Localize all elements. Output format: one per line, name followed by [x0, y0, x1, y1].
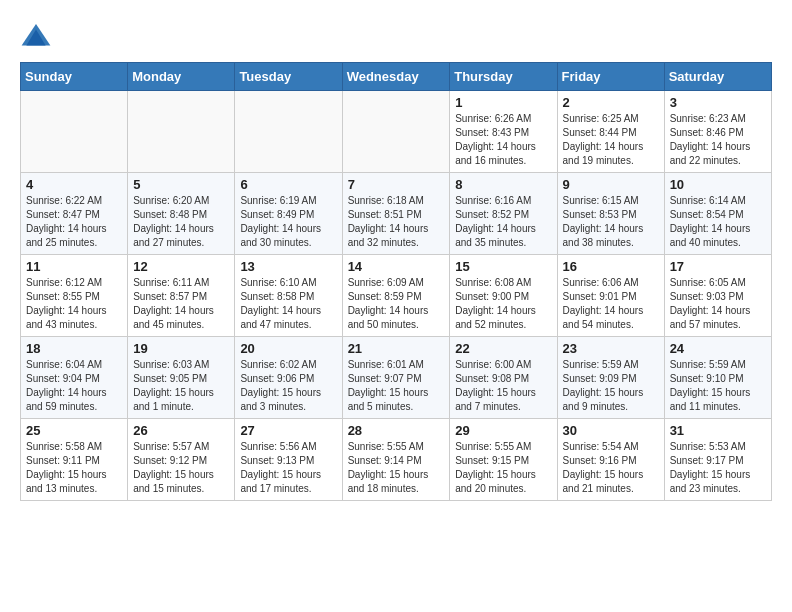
day-cell: 29Sunrise: 5:55 AM Sunset: 9:15 PM Dayli… — [450, 419, 557, 501]
day-number: 30 — [563, 423, 659, 438]
day-info: Sunrise: 5:56 AM Sunset: 9:13 PM Dayligh… — [240, 440, 336, 496]
weekday-cell: Wednesday — [342, 63, 450, 91]
day-cell: 8Sunrise: 6:16 AM Sunset: 8:52 PM Daylig… — [450, 173, 557, 255]
day-number: 8 — [455, 177, 551, 192]
day-cell: 4Sunrise: 6:22 AM Sunset: 8:47 PM Daylig… — [21, 173, 128, 255]
weekday-cell: Thursday — [450, 63, 557, 91]
day-cell: 21Sunrise: 6:01 AM Sunset: 9:07 PM Dayli… — [342, 337, 450, 419]
day-number: 17 — [670, 259, 766, 274]
day-info: Sunrise: 6:11 AM Sunset: 8:57 PM Dayligh… — [133, 276, 229, 332]
day-info: Sunrise: 5:53 AM Sunset: 9:17 PM Dayligh… — [670, 440, 766, 496]
day-cell — [128, 91, 235, 173]
day-cell: 30Sunrise: 5:54 AM Sunset: 9:16 PM Dayli… — [557, 419, 664, 501]
day-number: 13 — [240, 259, 336, 274]
day-info: Sunrise: 5:57 AM Sunset: 9:12 PM Dayligh… — [133, 440, 229, 496]
day-number: 15 — [455, 259, 551, 274]
day-cell: 1Sunrise: 6:26 AM Sunset: 8:43 PM Daylig… — [450, 91, 557, 173]
day-cell: 24Sunrise: 5:59 AM Sunset: 9:10 PM Dayli… — [664, 337, 771, 419]
weekday-cell: Friday — [557, 63, 664, 91]
day-number: 18 — [26, 341, 122, 356]
day-number: 5 — [133, 177, 229, 192]
day-number: 22 — [455, 341, 551, 356]
weekday-cell: Saturday — [664, 63, 771, 91]
day-number: 19 — [133, 341, 229, 356]
day-cell: 11Sunrise: 6:12 AM Sunset: 8:55 PM Dayli… — [21, 255, 128, 337]
day-cell — [235, 91, 342, 173]
day-number: 14 — [348, 259, 445, 274]
day-cell: 25Sunrise: 5:58 AM Sunset: 9:11 PM Dayli… — [21, 419, 128, 501]
day-number: 27 — [240, 423, 336, 438]
day-info: Sunrise: 6:03 AM Sunset: 9:05 PM Dayligh… — [133, 358, 229, 414]
day-info: Sunrise: 6:26 AM Sunset: 8:43 PM Dayligh… — [455, 112, 551, 168]
day-number: 29 — [455, 423, 551, 438]
day-info: Sunrise: 6:25 AM Sunset: 8:44 PM Dayligh… — [563, 112, 659, 168]
day-info: Sunrise: 5:55 AM Sunset: 9:15 PM Dayligh… — [455, 440, 551, 496]
day-number: 24 — [670, 341, 766, 356]
week-row: 4Sunrise: 6:22 AM Sunset: 8:47 PM Daylig… — [21, 173, 772, 255]
day-cell — [21, 91, 128, 173]
calendar-table: SundayMondayTuesdayWednesdayThursdayFrid… — [20, 62, 772, 501]
day-cell: 28Sunrise: 5:55 AM Sunset: 9:14 PM Dayli… — [342, 419, 450, 501]
day-cell: 18Sunrise: 6:04 AM Sunset: 9:04 PM Dayli… — [21, 337, 128, 419]
day-cell: 2Sunrise: 6:25 AM Sunset: 8:44 PM Daylig… — [557, 91, 664, 173]
day-info: Sunrise: 6:04 AM Sunset: 9:04 PM Dayligh… — [26, 358, 122, 414]
day-info: Sunrise: 6:22 AM Sunset: 8:47 PM Dayligh… — [26, 194, 122, 250]
day-cell: 23Sunrise: 5:59 AM Sunset: 9:09 PM Dayli… — [557, 337, 664, 419]
week-row: 1Sunrise: 6:26 AM Sunset: 8:43 PM Daylig… — [21, 91, 772, 173]
day-cell: 5Sunrise: 6:20 AM Sunset: 8:48 PM Daylig… — [128, 173, 235, 255]
day-number: 12 — [133, 259, 229, 274]
day-info: Sunrise: 6:14 AM Sunset: 8:54 PM Dayligh… — [670, 194, 766, 250]
day-cell: 31Sunrise: 5:53 AM Sunset: 9:17 PM Dayli… — [664, 419, 771, 501]
day-number: 25 — [26, 423, 122, 438]
day-info: Sunrise: 6:00 AM Sunset: 9:08 PM Dayligh… — [455, 358, 551, 414]
day-cell: 14Sunrise: 6:09 AM Sunset: 8:59 PM Dayli… — [342, 255, 450, 337]
page-header — [20, 20, 772, 52]
day-info: Sunrise: 6:05 AM Sunset: 9:03 PM Dayligh… — [670, 276, 766, 332]
day-info: Sunrise: 5:54 AM Sunset: 9:16 PM Dayligh… — [563, 440, 659, 496]
day-number: 4 — [26, 177, 122, 192]
day-cell: 22Sunrise: 6:00 AM Sunset: 9:08 PM Dayli… — [450, 337, 557, 419]
logo-icon — [20, 20, 52, 52]
day-info: Sunrise: 6:19 AM Sunset: 8:49 PM Dayligh… — [240, 194, 336, 250]
day-cell: 13Sunrise: 6:10 AM Sunset: 8:58 PM Dayli… — [235, 255, 342, 337]
day-number: 23 — [563, 341, 659, 356]
day-number: 31 — [670, 423, 766, 438]
day-number: 3 — [670, 95, 766, 110]
day-info: Sunrise: 5:55 AM Sunset: 9:14 PM Dayligh… — [348, 440, 445, 496]
day-cell: 26Sunrise: 5:57 AM Sunset: 9:12 PM Dayli… — [128, 419, 235, 501]
day-number: 7 — [348, 177, 445, 192]
weekday-cell: Sunday — [21, 63, 128, 91]
day-info: Sunrise: 6:12 AM Sunset: 8:55 PM Dayligh… — [26, 276, 122, 332]
day-cell: 6Sunrise: 6:19 AM Sunset: 8:49 PM Daylig… — [235, 173, 342, 255]
day-number: 2 — [563, 95, 659, 110]
day-info: Sunrise: 6:06 AM Sunset: 9:01 PM Dayligh… — [563, 276, 659, 332]
day-cell: 17Sunrise: 6:05 AM Sunset: 9:03 PM Dayli… — [664, 255, 771, 337]
day-number: 9 — [563, 177, 659, 192]
weekday-cell: Monday — [128, 63, 235, 91]
calendar-body: 1Sunrise: 6:26 AM Sunset: 8:43 PM Daylig… — [21, 91, 772, 501]
day-cell: 7Sunrise: 6:18 AM Sunset: 8:51 PM Daylig… — [342, 173, 450, 255]
day-cell: 3Sunrise: 6:23 AM Sunset: 8:46 PM Daylig… — [664, 91, 771, 173]
day-info: Sunrise: 6:23 AM Sunset: 8:46 PM Dayligh… — [670, 112, 766, 168]
day-info: Sunrise: 6:01 AM Sunset: 9:07 PM Dayligh… — [348, 358, 445, 414]
day-info: Sunrise: 5:59 AM Sunset: 9:09 PM Dayligh… — [563, 358, 659, 414]
day-cell: 27Sunrise: 5:56 AM Sunset: 9:13 PM Dayli… — [235, 419, 342, 501]
day-info: Sunrise: 6:02 AM Sunset: 9:06 PM Dayligh… — [240, 358, 336, 414]
day-number: 1 — [455, 95, 551, 110]
day-info: Sunrise: 6:16 AM Sunset: 8:52 PM Dayligh… — [455, 194, 551, 250]
day-cell: 9Sunrise: 6:15 AM Sunset: 8:53 PM Daylig… — [557, 173, 664, 255]
day-info: Sunrise: 5:58 AM Sunset: 9:11 PM Dayligh… — [26, 440, 122, 496]
day-cell: 15Sunrise: 6:08 AM Sunset: 9:00 PM Dayli… — [450, 255, 557, 337]
day-number: 20 — [240, 341, 336, 356]
day-info: Sunrise: 6:08 AM Sunset: 9:00 PM Dayligh… — [455, 276, 551, 332]
week-row: 25Sunrise: 5:58 AM Sunset: 9:11 PM Dayli… — [21, 419, 772, 501]
week-row: 11Sunrise: 6:12 AM Sunset: 8:55 PM Dayli… — [21, 255, 772, 337]
day-cell — [342, 91, 450, 173]
day-cell: 20Sunrise: 6:02 AM Sunset: 9:06 PM Dayli… — [235, 337, 342, 419]
day-info: Sunrise: 5:59 AM Sunset: 9:10 PM Dayligh… — [670, 358, 766, 414]
day-number: 26 — [133, 423, 229, 438]
day-info: Sunrise: 6:10 AM Sunset: 8:58 PM Dayligh… — [240, 276, 336, 332]
day-info: Sunrise: 6:20 AM Sunset: 8:48 PM Dayligh… — [133, 194, 229, 250]
day-number: 21 — [348, 341, 445, 356]
logo — [20, 20, 56, 52]
